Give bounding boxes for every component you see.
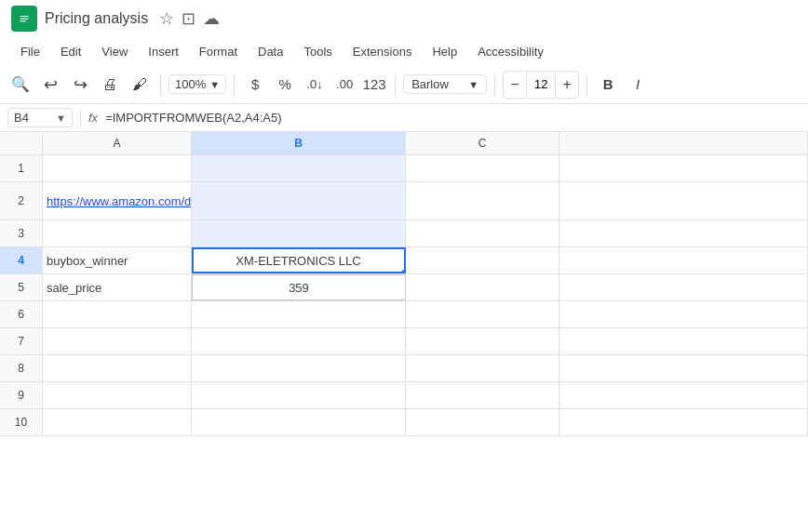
cell-b1[interactable] <box>192 155 406 181</box>
bold-button[interactable]: B <box>595 72 621 98</box>
menu-data[interactable]: Data <box>249 41 292 62</box>
cell-c5[interactable] <box>406 274 559 300</box>
percent-button[interactable]: % <box>272 72 298 98</box>
cell-a7[interactable] <box>43 328 192 354</box>
search-button[interactable]: 🔍 <box>7 72 34 98</box>
cell-a5[interactable]: sale_price <box>43 274 192 300</box>
cell-b3[interactable] <box>192 220 406 246</box>
undo-button[interactable]: ↩ <box>37 72 63 98</box>
font-size-decrease-button[interactable]: − <box>504 72 526 98</box>
font-name: Barlow <box>411 77 449 91</box>
cell-a4[interactable]: buybox_winner <box>43 247 192 273</box>
cell-d2[interactable] <box>559 182 808 219</box>
title-icons: ☆ ⊡ ☁ <box>159 8 220 29</box>
number-format-button[interactable]: 123 <box>361 72 387 98</box>
font-size-control: − 12 + <box>503 71 579 99</box>
table-row: 10 <box>0 409 808 436</box>
cell-a3[interactable] <box>43 220 192 246</box>
cell-c3[interactable] <box>406 220 559 246</box>
cell-c4[interactable] <box>406 247 559 273</box>
zoom-control[interactable]: 100% ▼ <box>168 74 226 94</box>
cell-b8[interactable] <box>192 355 406 381</box>
column-headers: A B C <box>0 132 808 155</box>
cell-c7[interactable] <box>406 328 559 354</box>
font-size-increase-button[interactable]: + <box>556 72 578 98</box>
row-num-6: 6 <box>0 301 43 327</box>
cell-c10[interactable] <box>406 409 559 435</box>
table-row: 5 sale_price 359 <box>0 274 808 301</box>
cell-d7[interactable] <box>559 328 808 354</box>
redo-button[interactable]: ↪ <box>67 72 93 98</box>
cell-c1[interactable] <box>406 155 559 181</box>
row-num-2: 2 <box>0 182 43 219</box>
spreadsheet: A B C 1 2 https://www.amazon.com/dp/B0BV… <box>0 132 808 532</box>
cell-c6[interactable] <box>406 301 559 327</box>
font-selector[interactable]: Barlow ▼ <box>403 74 487 94</box>
cell-b4[interactable]: XM-ELETRONICS LLC <box>192 247 406 273</box>
row-num-5: 5 <box>0 274 43 300</box>
print-button[interactable]: 🖨 <box>97 72 123 98</box>
cell-d9[interactable] <box>559 382 808 408</box>
star-icon[interactable]: ☆ <box>159 8 174 29</box>
cell-a2[interactable]: https://www.amazon.com/dp/B0BV4G3XVN/ <box>43 182 192 219</box>
cell-a10[interactable] <box>43 409 192 435</box>
cell-d10[interactable] <box>559 409 808 435</box>
table-row: 7 <box>0 328 808 355</box>
menu-edit[interactable]: Edit <box>51 41 90 62</box>
cell-a6[interactable] <box>43 301 192 327</box>
col-header-b[interactable]: B <box>192 132 406 154</box>
cell-a8[interactable] <box>43 355 192 381</box>
cell-d1[interactable] <box>559 155 808 181</box>
cell-d5[interactable] <box>559 274 808 300</box>
cell-reference[interactable]: B4 ▼ <box>7 108 73 127</box>
cloud-icon[interactable]: ☁ <box>203 8 220 29</box>
menu-extensions[interactable]: Extensions <box>343 41 422 62</box>
cell-b5[interactable]: 359 <box>192 274 406 300</box>
cell-b7[interactable] <box>192 328 406 354</box>
toolbar: 🔍 ↩ ↪ 🖨 🖌 100% ▼ $ % .0↓ .00 123 Barlow … <box>0 65 808 104</box>
separator-3 <box>395 73 396 96</box>
menu-help[interactable]: Help <box>423 41 466 62</box>
row-num-8: 8 <box>0 355 43 381</box>
cell-ref-name: B4 <box>14 111 56 125</box>
menu-tools[interactable]: Tools <box>294 41 341 62</box>
cell-b6[interactable] <box>192 301 406 327</box>
decimal-dec-button[interactable]: .0↓ <box>302 72 328 98</box>
menu-insert[interactable]: Insert <box>139 41 188 62</box>
cell-a1[interactable] <box>43 155 192 181</box>
font-size-value[interactable]: 12 <box>526 72 556 98</box>
italic-button[interactable]: I <box>625 72 651 98</box>
doc-icon[interactable]: ⊡ <box>182 8 195 29</box>
cell-d6[interactable] <box>559 301 808 327</box>
menu-accessibility[interactable]: Accessibility <box>468 41 553 62</box>
document-title: Pricing analysis <box>45 10 148 27</box>
cell-c2[interactable] <box>406 182 559 219</box>
cell-c9[interactable] <box>406 382 559 408</box>
col-header-a[interactable]: A <box>43 132 192 154</box>
svg-rect-1 <box>20 16 29 17</box>
currency-button[interactable]: $ <box>242 72 268 98</box>
cell-b2[interactable] <box>192 182 406 219</box>
col-header-d[interactable] <box>559 132 808 154</box>
cell-a9[interactable] <box>43 382 192 408</box>
row-num-3: 3 <box>0 220 43 246</box>
app-icon <box>11 6 37 32</box>
cell-d8[interactable] <box>559 355 808 381</box>
cell-b4-value: XM-ELETRONICS LLC <box>236 254 360 268</box>
format-paint-button[interactable]: 🖌 <box>127 72 153 98</box>
fill-handle[interactable] <box>401 270 406 273</box>
amazon-link[interactable]: https://www.amazon.com/dp/B0BV4G3XVN/ <box>47 194 192 208</box>
menu-file[interactable]: File <box>11 41 49 62</box>
cell-b10[interactable] <box>192 409 406 435</box>
menu-view[interactable]: View <box>92 41 137 62</box>
cell-b9[interactable] <box>192 382 406 408</box>
font-dropdown-icon: ▼ <box>468 79 478 90</box>
cell-c8[interactable] <box>406 355 559 381</box>
fx-label: fx <box>88 111 98 125</box>
col-header-c[interactable]: C <box>406 132 559 154</box>
cell-d3[interactable] <box>559 220 808 246</box>
decimal-inc-button[interactable]: .00 <box>331 72 357 98</box>
svg-rect-2 <box>20 19 29 20</box>
cell-d4[interactable] <box>559 247 808 273</box>
menu-format[interactable]: Format <box>190 41 247 62</box>
